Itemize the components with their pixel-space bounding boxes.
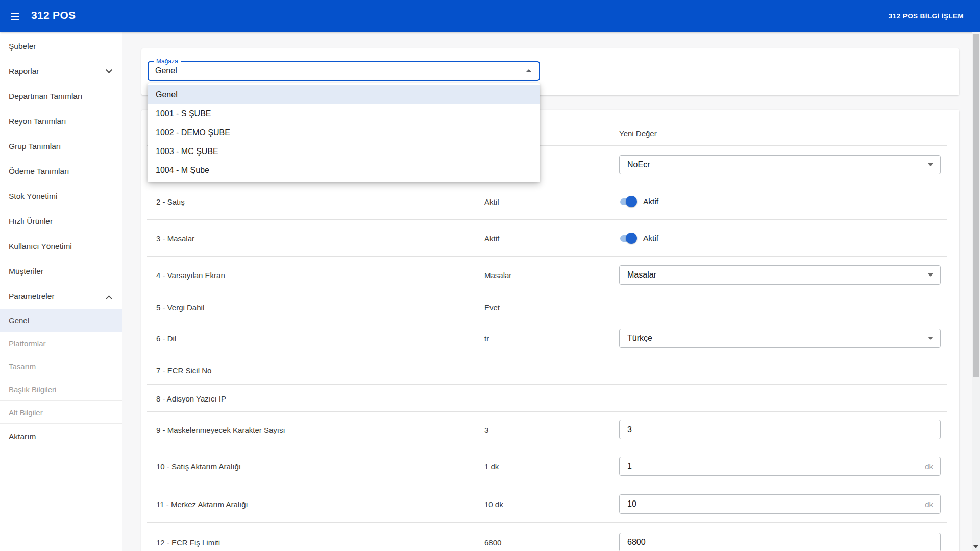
param-current-value: Evet: [484, 303, 500, 311]
store-option[interactable]: 1002 - DEMO ŞUBE: [148, 123, 540, 142]
param-toggle[interactable]: Aktif: [619, 232, 941, 244]
sidebar-item-label: Grup Tanımları: [9, 142, 61, 151]
sidebar-item-grup-tan-mlar-[interactable]: Grup Tanımları: [0, 134, 122, 159]
sidebar-item-m-teriler[interactable]: Müşteriler: [0, 259, 122, 284]
toggle-thumb: [626, 196, 637, 207]
sidebar-item-raporlar[interactable]: Raporlar: [0, 59, 122, 84]
store-option[interactable]: 1004 - M Şube: [148, 161, 540, 180]
table-row: 6 - DiltrTürkçe: [141, 320, 959, 356]
param-name: 5 - Vergi Dahil: [156, 303, 204, 311]
sidebar-item-label: Aktarım: [9, 432, 36, 441]
app-header: 312 POS 312 POS BİLGİ İŞLEM: [0, 0, 980, 32]
sidebar-item-label: Müşteriler: [9, 267, 43, 276]
param-current-value: 6800: [484, 538, 501, 546]
scrollbar: [972, 32, 980, 551]
chevron-up-icon: [106, 295, 112, 302]
param-current-value: Masalar: [484, 271, 511, 280]
sidebar-item-label: Kullanıcı Yönetimi: [9, 242, 72, 251]
table-row: 2 - SatışAktifAktif: [141, 183, 959, 220]
param-name: 6 - Dil: [156, 334, 176, 343]
param-select-value: NoEcr: [627, 160, 650, 169]
sidebar-item-ba-l-k-bilgileri[interactable]: Başlık Bilgileri: [0, 378, 122, 401]
store-option[interactable]: 1003 - MC ŞUBE: [148, 142, 540, 161]
store-select[interactable]: Mağaza Genel: [148, 61, 540, 81]
param-input-value: 3: [627, 425, 632, 434]
sidebar-item--deme-tan-mlar-[interactable]: Ödeme Tanımları: [0, 159, 122, 184]
sidebar-item-label: Departman Tanımları: [9, 92, 82, 101]
store-dropdown-menu: Genel1001 - S ŞUBE1002 - DEMO ŞUBE1003 -…: [148, 83, 540, 182]
toggle-label: Aktif: [643, 234, 658, 243]
table-row: 7 - ECR Sicil No: [141, 356, 959, 385]
sidebar-item-label: Başlık Bilgileri: [9, 385, 56, 394]
sidebar-item-label: Tasarım: [9, 362, 36, 371]
param-name: 3 - Masalar: [156, 234, 194, 243]
sidebar-item-label: Reyon Tanımları: [9, 117, 66, 126]
param-current-value: 3: [484, 425, 488, 434]
sidebar-item-departman-tan-mlar-[interactable]: Departman Tanımları: [0, 84, 122, 109]
sidebar-item-kullan-c-y-netimi[interactable]: Kullanıcı Yönetimi: [0, 234, 122, 259]
store-select-value: Genel: [155, 66, 177, 76]
sidebar-item-platformlar[interactable]: Platformlar: [0, 332, 122, 355]
param-name: 12 - ECR Fiş Limiti: [156, 538, 220, 546]
param-name: 9 - Maskelenmeyecek Karakter Sayısı: [156, 425, 285, 434]
table-row: 11 - Merkez Aktarım Aralığı10 dk10dk: [141, 485, 959, 523]
param-name: 8 - Adisyon Yazıcı IP: [156, 394, 226, 403]
sidebar-item-h-zl-r-nler[interactable]: Hızlı Ürünler: [0, 209, 122, 234]
sidebar-item-label: Raporlar: [9, 67, 39, 76]
param-select[interactable]: Türkçe: [619, 329, 941, 348]
column-header-new-value: Yeni Değer: [619, 129, 657, 138]
app-title: 312 POS: [31, 9, 76, 21]
param-input[interactable]: 3: [619, 420, 941, 439]
sidebar-item-parametreler[interactable]: Parametreler: [0, 284, 122, 309]
param-input-value: 10: [627, 499, 636, 509]
param-select-value: Türkçe: [627, 334, 652, 343]
param-name: 11 - Merkez Aktarım Aralığı: [156, 500, 248, 509]
sidebar-item--ubeler[interactable]: Şubeler: [0, 34, 122, 59]
chevron-down-icon: [928, 337, 933, 340]
table-row: 9 - Maskelenmeyecek Karakter Sayısı33: [141, 412, 959, 447]
sidebar-item-label: Ödeme Tanımları: [9, 167, 69, 176]
sidebar: ŞubelerRaporlarDepartman TanımlarıReyon …: [0, 32, 122, 551]
input-suffix: dk: [925, 500, 933, 509]
param-input[interactable]: 6800: [619, 533, 941, 551]
sidebar-item-tasar-m[interactable]: Tasarım: [0, 355, 122, 378]
sidebar-item-label: Platformlar: [9, 339, 46, 348]
param-input-value: 1: [627, 462, 632, 471]
store-option[interactable]: 1001 - S ŞUBE: [148, 104, 540, 123]
input-suffix: dk: [925, 462, 933, 471]
main-content: Mağaza Genel Yeni Değer NoEcr2 - SatışAk…: [123, 32, 980, 551]
param-name: 10 - Satış Aktarım Aralığı: [156, 462, 241, 471]
sidebar-item-label: Şubeler: [9, 42, 36, 51]
chevron-up-icon: [526, 69, 532, 72]
param-current-value: Aktif: [484, 197, 499, 206]
param-name: 2 - Satış: [156, 197, 185, 206]
sidebar-item-label: Genel: [9, 316, 29, 325]
param-input[interactable]: 10dk: [619, 494, 941, 514]
param-select[interactable]: NoEcr: [619, 155, 941, 174]
param-current-value: 1 dk: [484, 462, 499, 471]
sidebar-item-label: Alt Bilgiler: [9, 408, 43, 417]
toggle-thumb: [626, 233, 637, 244]
param-name: 4 - Varsayılan Ekran: [156, 271, 225, 280]
scrollbar-thumb[interactable]: [973, 34, 979, 377]
sidebar-item-alt-bilgiler[interactable]: Alt Bilgiler: [0, 401, 122, 424]
sidebar-item-label: Parametreler: [9, 292, 55, 301]
menu-icon[interactable]: [11, 13, 19, 21]
toggle-label: Aktif: [643, 197, 658, 206]
param-current-value: 10 dk: [484, 500, 503, 509]
store-option[interactable]: Genel: [148, 85, 540, 104]
param-toggle[interactable]: Aktif: [619, 195, 941, 208]
param-input-value: 6800: [627, 538, 646, 547]
param-input[interactable]: 1dk: [619, 457, 941, 476]
scrollbar-down-icon[interactable]: [973, 545, 978, 548]
param-select[interactable]: Masalar: [619, 265, 941, 285]
table-row: 8 - Adisyon Yazıcı IP: [141, 385, 959, 412]
sidebar-item-aktar-m[interactable]: Aktarım: [0, 424, 122, 449]
sidebar-item-reyon-tan-mlar-[interactable]: Reyon Tanımları: [0, 109, 122, 134]
table-row: 4 - Varsayılan EkranMasalarMasalar: [141, 257, 959, 293]
sidebar-item-genel[interactable]: Genel: [0, 309, 122, 332]
sidebar-item-stok-y-netimi[interactable]: Stok Yönetimi: [0, 184, 122, 209]
param-name: 7 - ECR Sicil No: [156, 366, 211, 375]
param-current-value: Aktif: [484, 234, 499, 243]
sidebar-item-label: Stok Yönetimi: [9, 192, 57, 201]
